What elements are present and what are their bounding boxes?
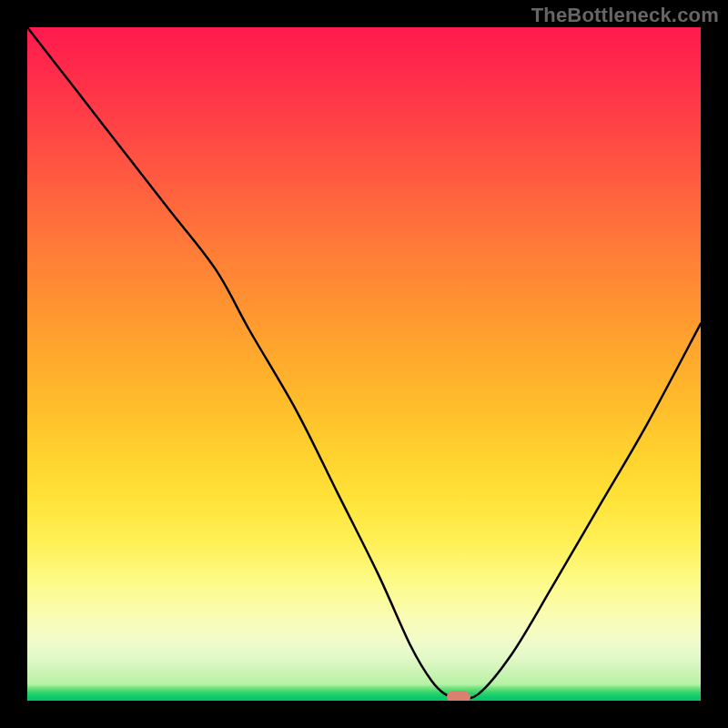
watermark-text: TheBottleneck.com xyxy=(531,4,719,27)
chart-frame: TheBottleneck.com xyxy=(0,0,728,728)
bottleneck-curve xyxy=(27,27,701,701)
plot-area xyxy=(27,27,701,701)
minimum-marker xyxy=(447,691,470,701)
